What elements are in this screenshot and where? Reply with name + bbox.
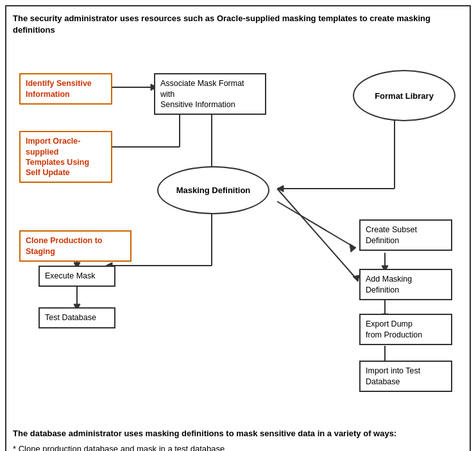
add-masking-box: Add MaskingDefinition bbox=[359, 269, 452, 300]
test-db-box: Test Database bbox=[38, 307, 115, 328]
format-library-ellipse: Format Library bbox=[353, 70, 455, 121]
clone-box: Clone Production to Staging bbox=[19, 230, 132, 262]
bottom-line1: The database administrator uses masking … bbox=[13, 426, 463, 441]
svg-line-25 bbox=[277, 189, 356, 278]
masking-def-ellipse: Masking Definition bbox=[157, 166, 269, 214]
svg-marker-9 bbox=[277, 185, 284, 192]
main-container: The security administrator uses resource… bbox=[5, 5, 471, 451]
execute-mask-box: Execute Mask bbox=[38, 266, 115, 286]
bottom-bullet1: * Clone production database and mask in … bbox=[13, 441, 463, 451]
diagram-area: Identify Sensitive Information Associate… bbox=[13, 47, 475, 420]
create-subset-box: Create SubsetDefinition bbox=[359, 219, 452, 251]
identify-box: Identify Sensitive Information bbox=[19, 73, 112, 105]
svg-marker-26 bbox=[353, 275, 359, 282]
header-text: The security administrator uses resource… bbox=[13, 13, 463, 36]
svg-line-13 bbox=[277, 201, 353, 246]
import-test-box: Import into TestDatabase bbox=[359, 361, 452, 392]
svg-marker-14 bbox=[350, 244, 356, 252]
bottom-text: The database administrator uses masking … bbox=[13, 426, 463, 451]
export-dump-box: Export Dumpfrom Production bbox=[359, 314, 452, 345]
associate-box: Associate Mask Format withSensitive Info… bbox=[154, 73, 266, 115]
import-oracle-box: Import Oracle-suppliedTemplates Using Se… bbox=[19, 131, 112, 183]
